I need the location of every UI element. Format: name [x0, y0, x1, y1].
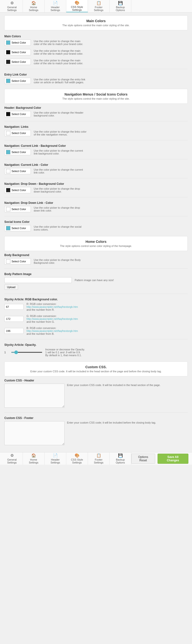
main-color-2-label: Select Color	[12, 51, 26, 54]
sticky-rgb-b-row: B: RGB color conversion: http://www.java…	[4, 326, 188, 335]
custom-css-footer-textarea[interactable]	[4, 421, 65, 445]
nav-backup[interactable]: 💾 BackupOptions	[110, 0, 131, 12]
sticky-rgb-r-link[interactable]: http://www.javascripter.net/faq/hextorgb…	[27, 306, 78, 308]
bottom-nav-backup[interactable]: 💾 BackupOptions	[110, 452, 131, 465]
nav-header[interactable]: 📄 HeaderSettings	[45, 0, 66, 12]
nav-current-color-row: Select Color Use the color picker to cha…	[4, 168, 188, 174]
entry-link-color-row: Select Color Use the color picker to cha…	[4, 78, 188, 84]
options-reset-button[interactable]: Options Reset	[131, 454, 155, 464]
sticky-rgb-r-input[interactable]	[4, 304, 24, 310]
sticky-rgb-g-link[interactable]: http://www.javascripter.net/faq/hextorgb…	[27, 318, 78, 320]
social-icons-color-btn[interactable]: Select Color	[4, 225, 31, 231]
header-bg-color-btn[interactable]: Select Color	[4, 111, 31, 117]
nav-dropdown-bg-btn[interactable]: Select Color	[4, 187, 31, 193]
save-changes-button[interactable]: Save All Changes	[157, 454, 188, 464]
entry-link-color-btn-label: Select Color	[12, 80, 26, 82]
body-bg-btn[interactable]: Select Color	[4, 258, 31, 264]
custom-css-subtitle: Enter your custom CSS code. It will be i…	[9, 370, 183, 373]
entry-link-color-btn[interactable]: Select Color	[4, 78, 31, 84]
nav-current-color-swatch	[6, 169, 10, 173]
social-icons-color-swatch	[6, 226, 10, 230]
custom-css-header-group: Enter your custom CSS code. It will be i…	[4, 384, 188, 408]
nav-current-color-btn[interactable]: Select Color	[4, 168, 31, 174]
sticky-opacity-value: 1	[4, 351, 9, 354]
sticky-rgb-label: Stycky Article: RGB Background color.	[4, 298, 188, 301]
sticky-opacity-desc: Increase or decrease the Opacity.1 will …	[45, 348, 98, 357]
header-bg-color-group: Select Color Use the color picker to cha…	[4, 111, 188, 117]
entry-link-color-group: Select Color Use the color picker to cha…	[4, 78, 188, 84]
custom-css-footer-row: Enter your custom CSS code; it will be i…	[4, 421, 188, 446]
bottom-nav-footer[interactable]: 📋 FooterSettings	[88, 452, 110, 465]
nav-current-bg-btn-label: Select Color	[12, 151, 26, 154]
sticky-rgb-b-group: B: RGB color conversion: http://www.java…	[4, 326, 188, 335]
main-color-1-btn[interactable]: Select Color	[4, 40, 31, 46]
bottom-footer-icon: 📋	[96, 453, 101, 458]
nav-css[interactable]: 🎨 CSS StyleSettings	[66, 0, 88, 12]
main-color-3-swatch	[6, 60, 10, 64]
sticky-opacity-group: 1 Increase or decrease the Opacity.1 wil…	[4, 348, 188, 357]
bottom-header-label: HeaderSettings	[51, 458, 60, 464]
main-colors-section-box: Main Colors The style options control th…	[4, 16, 188, 30]
nav-social-title: Navigation Menus / Social Icons Colors	[9, 92, 183, 96]
sticky-rgb-b-input[interactable]	[4, 328, 24, 334]
main-color-1-label: Select Color	[12, 41, 26, 44]
bottom-bar: ⚙ GeneralSettings 🏠 HomeSettings 📄 Heade…	[0, 452, 192, 465]
custom-css-header-textarea[interactable]	[4, 384, 65, 408]
custom-css-header-row: Enter your custom CSS code. It will be i…	[4, 384, 188, 408]
custom-css-header-left	[4, 384, 65, 408]
nav-current-bg-btn[interactable]: Select Color	[4, 149, 31, 155]
bottom-header-icon: 📄	[53, 453, 58, 458]
backup-icon: 💾	[118, 1, 123, 5]
nav-dropdown-bg-desc: Use the color picker to change the drop …	[34, 187, 87, 193]
nav-dropdown-bg-btn-label: Select Color	[12, 189, 26, 192]
main-color-2-btn[interactable]: Select Color	[4, 49, 31, 55]
reset-label: Options Reset	[138, 455, 148, 462]
nav-dropdown-link-btn[interactable]: Select Color	[4, 206, 31, 212]
nav-links-desc: Use the color picker to change the links…	[34, 130, 87, 136]
sticky-rgb-b-link[interactable]: http://www.javascripter.net/faq/hextorgb…	[27, 330, 78, 332]
body-pattern-input[interactable]	[4, 277, 72, 283]
nav-current-bg-swatch	[6, 150, 10, 154]
bottom-nav-general[interactable]: ⚙ GeneralSettings	[1, 452, 23, 465]
sticky-rgb-g-desc: G: RGB color conversion: http://www.java…	[27, 314, 80, 323]
custom-css-footer-desc: Enter your custom CSS code; it will be i…	[67, 421, 188, 446]
nav-dropdown-link-btn-label: Select Color	[12, 208, 26, 210]
nav-dropdown-link-swatch	[6, 207, 10, 211]
sticky-opacity-row: 1 Increase or decrease the Opacity.1 wil…	[4, 348, 188, 357]
body-bg-swatch	[6, 259, 10, 264]
nav-footer[interactable]: 📋 FooterSettings	[88, 0, 110, 12]
nav-dropdown-link-group: Select Color Use the color picker to cha…	[4, 206, 188, 212]
home-colors-section-box: Home Colors The style options control so…	[4, 236, 188, 251]
home-colors-title: Home Colors	[9, 240, 183, 244]
main-color-1-swatch	[6, 40, 10, 45]
main-color-2-swatch	[6, 50, 10, 54]
sticky-rgb-r-desc: R: RGB color conversion: http://www.java…	[27, 302, 80, 311]
header-bg-color-label: Header: Background Color	[4, 106, 188, 110]
sticky-opacity-slider[interactable]	[11, 352, 42, 353]
main-color-3-group: Select Color Use the color picker to cha…	[4, 59, 188, 65]
main-content: Main Colors The style options control th…	[0, 12, 192, 452]
main-colors-subtitle: The style options control the main color…	[9, 24, 183, 27]
bottom-general-label: GeneralSettings	[7, 458, 17, 464]
body-pattern-upload-btn[interactable]: Upload	[4, 284, 18, 290]
social-icons-color-label: Social Icons Color	[4, 220, 188, 224]
custom-css-section-box: Custom CSS. Enter your custom CSS code. …	[4, 362, 188, 376]
nav-home[interactable]: 🏠 HomeSettings	[23, 0, 45, 12]
custom-css-footer-left	[4, 421, 65, 446]
bottom-nav-home[interactable]: 🏠 HomeSettings	[23, 452, 45, 465]
nav-links-swatch	[6, 131, 10, 135]
main-color-3-btn[interactable]: Select Color	[4, 59, 31, 65]
bottom-nav-header[interactable]: 📄 HeaderSettings	[45, 452, 66, 465]
nav-general[interactable]: ⚙ GeneralSettings	[1, 0, 23, 12]
bottom-nav-css[interactable]: 🎨 CSS StyleSettings	[66, 452, 88, 465]
home-colors-subtitle: The style options control some color sty…	[9, 244, 183, 248]
nav-current-bg-label: Navigation: Current Link - Background Co…	[4, 144, 188, 148]
nav-current-color-label: Navigation: Current Link - Color	[4, 163, 188, 166]
css-icon: 🎨	[75, 0, 80, 5]
body-pattern-row: Pattern image can have any size!	[4, 277, 188, 283]
nav-links-btn[interactable]: Select Color	[4, 130, 31, 136]
main-color-3-desc: Use the color picker to change the main …	[34, 59, 87, 65]
nav-backup-label: BackupOptions	[116, 6, 125, 12]
sticky-rgb-g-input[interactable]	[4, 316, 24, 322]
social-icons-color-btn-label: Select Color	[12, 227, 26, 230]
